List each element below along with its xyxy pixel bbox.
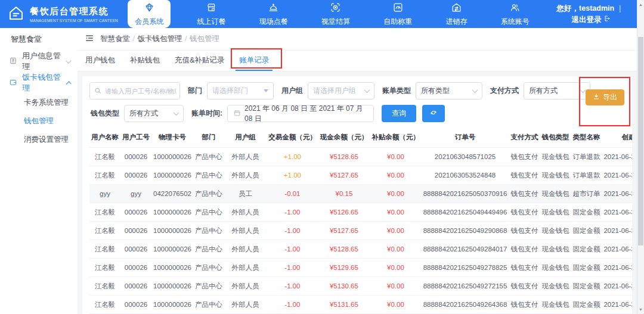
table-cell: 现金钱包 (540, 166, 571, 185)
tab-user-wallet[interactable]: 用户钱包 (82, 51, 119, 71)
usergroup-select[interactable]: 请选择用户组 (308, 82, 374, 100)
table-cell: 员工 (224, 185, 267, 203)
sidebar-item-label: 饭卡钱包管理 (22, 72, 62, 94)
gem-icon (144, 2, 155, 15)
table-cell: 2021-06-30 18:34:24 (602, 296, 632, 314)
table-cell: 2021-06-30 18:34:50 (602, 222, 632, 240)
table-cell: 外部人员 (224, 148, 267, 166)
nav-item-label: 线上订餐 (197, 17, 225, 27)
search-input[interactable] (89, 82, 180, 100)
records-table: 用户名称用户工号物理卡号部门用户组交易金额（元）现金余额（元）补贴余额（元）订单… (89, 128, 632, 314)
table-cell: 1000000026 (151, 277, 193, 296)
sidebar-item-label: 用户信息管理 (22, 51, 62, 72)
table-cell: 2021-06-30 18:34:44 (602, 240, 632, 259)
table-cell: 钱包支付 (509, 185, 540, 203)
table-cell: 现金钱包 (540, 240, 571, 259)
table-cell: ¥0.00 (370, 259, 422, 277)
nav-item-inventory[interactable]: 进销存 (439, 0, 475, 28)
column-header: 支付方式 (509, 128, 540, 148)
table-cell: 外部人员 (224, 222, 267, 240)
table-row: 江名毅0000261000000026产品中心外部人员+1.00¥5128.65… (89, 148, 632, 166)
table-cell: 钱包支付 (509, 148, 540, 166)
date-range-value: 2021 年 06 月 08 日 至 2021 年 07 月 08 日 (244, 104, 368, 124)
table-cell: -1.00 (267, 222, 318, 240)
table-cell: +1.00 (267, 148, 318, 166)
table-cell: ¥5126.65 (318, 203, 370, 222)
table-cell: gyy (89, 185, 120, 203)
table-cell: 超市订单 (571, 185, 602, 203)
export-button[interactable]: 导出 (586, 89, 624, 105)
table-cell: 外部人员 (224, 166, 267, 185)
billtype-select[interactable]: 所有类型 (416, 82, 482, 100)
app-logo: 餐饮后台管理系统 MANAGEMENT SYSTEM OF SMART CANT… (0, 0, 118, 28)
sidebar: 智慧食堂 用户信息管理 饭卡钱包管理 卡务系统管理 钱包管理 消费设置管理 (0, 28, 78, 314)
table-head: 用户名称用户工号物理卡号部门用户组交易金额（元）现金余额（元）补贴余额（元）订单… (89, 128, 632, 148)
breadcrumb-separator: / (132, 35, 137, 43)
primary-nav: 会员系统 线上订餐 现场点餐 视堂结算 自助称重 (118, 0, 546, 28)
column-header: 用户组 (224, 128, 267, 148)
table-cell: ¥5129.65 (318, 259, 370, 277)
vertical-scrollbar[interactable]: ▲ ▼ (637, 0, 644, 314)
payment-select[interactable]: 所有方式 (524, 82, 590, 100)
nav-item-system-account[interactable]: 系统账号 (494, 0, 537, 28)
table-cell: 现金钱包 (540, 259, 571, 277)
nav-item-member-system[interactable]: 会员系统 (128, 0, 171, 28)
logout-link[interactable]: 退出登录 (572, 14, 611, 25)
table-cell: 固定金额 (571, 203, 602, 222)
filter-row-1: 部门 请选择部门 用户组 请选择用户组 账单类型 所有类型 支付方式 所有方式 (89, 82, 625, 100)
billtime-label: 账单时间: (191, 108, 222, 119)
table-cell: 2021063053524848 (422, 166, 509, 185)
table-cell: 钱包支付 (509, 203, 540, 222)
scroll-down-arrow-icon[interactable]: ▼ (637, 306, 644, 313)
table-cell: 固定金额 (571, 240, 602, 259)
table-cell: 1000000026 (151, 296, 193, 314)
column-header: 创建时间 (602, 128, 632, 148)
table-cell: 8888842021625049272155 (422, 277, 509, 296)
nav-item-onsite-order[interactable]: 现场点餐 (252, 0, 295, 28)
select-value: 请选择部门 (212, 86, 248, 96)
storefront-icon (206, 2, 217, 15)
sidebar-item-user-info[interactable]: 用户信息管理 (0, 51, 78, 72)
refresh-button[interactable] (422, 105, 445, 122)
wallettype-label: 钱包类型 (91, 108, 119, 119)
sidebar-subitem-card-system[interactable]: 卡务系统管理 (0, 94, 78, 112)
tab-bill-records[interactable]: 账单记录 (236, 51, 273, 71)
collapse-menu-icon[interactable] (85, 33, 94, 45)
table-cell: 000026 (120, 203, 151, 222)
app-subtitle: MANAGEMENT SYSTEM OF SMART CANTEEN (30, 18, 118, 22)
nav-item-online-order[interactable]: 线上订餐 (190, 0, 233, 28)
table-cell: 1000000026 (151, 203, 193, 222)
nav-item-label: 系统账号 (501, 17, 530, 27)
sidebar-item-card-wallet[interactable]: 饭卡钱包管理 (0, 72, 78, 94)
table-cell: ¥0.00 (370, 277, 422, 296)
breadcrumb-item[interactable]: 智慧食堂 (100, 35, 130, 43)
column-header: 现金余额（元） (318, 128, 370, 148)
column-header: 类型名称 (571, 128, 602, 148)
breadcrumb-item[interactable]: 饭卡钱包管理 (137, 35, 182, 43)
nav-item-canteen-settle[interactable]: 视堂结算 (314, 0, 357, 28)
scroll-up-arrow-icon[interactable]: ▲ (637, 1, 644, 8)
sidebar-subitem-wallet-management[interactable]: 钱包管理 (0, 112, 78, 130)
sidebar-section-smart-canteen[interactable]: 智慧食堂 (0, 28, 78, 51)
tab-recharge-records[interactable]: 充值&补贴记录 (171, 51, 228, 71)
table-cell: 钱包支付 (509, 240, 540, 259)
wallettype-select[interactable]: 所有方式 (124, 105, 184, 122)
table-cell: 2021-06-30 18:59:49 (602, 166, 632, 185)
chevron-down-icon (580, 87, 586, 93)
query-button[interactable]: 查询 (382, 105, 416, 122)
scan-icon (330, 2, 341, 15)
scrollbar-thumb[interactable] (638, 37, 643, 245)
department-select[interactable]: 请选择部门 (207, 82, 274, 100)
table-cell: 产品中心 (193, 296, 224, 314)
refresh-icon (429, 108, 438, 119)
sidebar-subitem-consume-settings[interactable]: 消费设置管理 (0, 130, 78, 149)
date-range-picker[interactable]: 2021 年 06 月 08 日 至 2021 年 07 月 08 日 (227, 105, 374, 122)
tab-subsidy-wallet[interactable]: 补贴钱包 (126, 51, 163, 71)
table-cell: 产品中心 (193, 277, 224, 296)
table-cell: 2021-06-30 18:37:29 (602, 203, 632, 222)
nav-item-self-weigh[interactable]: 自助称重 (376, 0, 419, 28)
app-title-block: 餐饮后台管理系统 MANAGEMENT SYSTEM OF SMART CANT… (30, 6, 126, 23)
chevron-down-icon (174, 110, 179, 116)
table-cell: 江名毅 (89, 277, 120, 296)
table-cell: 外部人员 (224, 277, 267, 296)
